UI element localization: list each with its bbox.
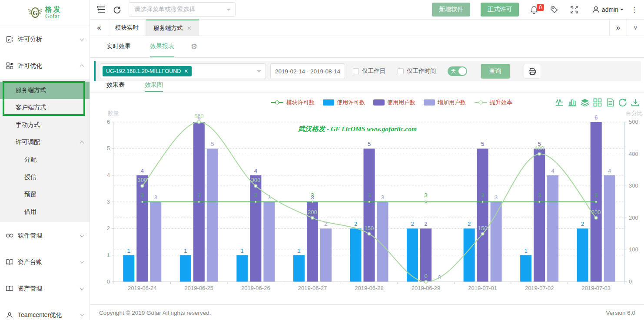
fullscreen-icon[interactable] <box>571 6 578 13</box>
line-point[interactable] <box>141 185 143 187</box>
bar[interactable] <box>123 255 134 282</box>
bar[interactable] <box>207 148 218 282</box>
download-icon[interactable] <box>631 98 640 107</box>
line-chart-icon[interactable] <box>555 98 564 107</box>
bar-chart-icon[interactable] <box>568 98 577 107</box>
workday-only-checkbox[interactable]: 仅工作日 <box>353 67 385 75</box>
charttab-effect-graph[interactable]: 效果图 <box>145 81 163 92</box>
sidebar-item-reserve[interactable]: 预留 <box>0 186 90 203</box>
bar[interactable] <box>364 148 375 282</box>
close-tab-icon[interactable]: ✕ <box>187 25 192 32</box>
date-range-input[interactable]: 2019-02-14 - 2019-08-14 <box>270 63 345 79</box>
granularity-label: 天 <box>451 68 456 75</box>
tab-server-mode[interactable]: 服务端方式✕ <box>146 20 199 36</box>
worktime-only-checkbox[interactable]: 仅工作时间 <box>398 67 436 75</box>
refresh-icon[interactable] <box>618 98 627 107</box>
line-point[interactable] <box>255 201 256 203</box>
bar[interactable] <box>477 148 488 282</box>
bar[interactable] <box>520 255 531 282</box>
line-point[interactable] <box>538 201 540 203</box>
chevron-down-icon <box>80 312 84 317</box>
line-point[interactable] <box>538 152 541 155</box>
tab-label: 实时效果 <box>106 43 131 50</box>
legend-item-added-user-count[interactable]: 增加用户数 <box>424 99 466 106</box>
bar[interactable] <box>534 148 545 282</box>
legend-label: 模块许可数 <box>286 99 315 106</box>
sidebar-item-license-allocation[interactable]: 许可调配 <box>0 134 90 151</box>
settings-gear-icon[interactable]: ⚙ <box>191 42 197 51</box>
scroll-tabs-left-icon[interactable]: « <box>90 20 108 36</box>
line-point[interactable] <box>595 201 597 203</box>
bar[interactable] <box>263 202 275 282</box>
line-point[interactable] <box>481 201 483 203</box>
tag-icon[interactable] <box>550 6 558 14</box>
tiled-icon[interactable] <box>593 98 602 107</box>
selected-module-tag: UG-192.168.1.20-MILLFOUND ✕ <box>103 66 192 76</box>
user-menu[interactable]: admin <box>592 6 624 14</box>
sidebar-item-license-optimization[interactable]: 许可优化 <box>0 53 90 79</box>
scroll-tabs-right-icon[interactable]: » <box>609 20 627 36</box>
bar[interactable] <box>293 255 305 282</box>
bar[interactable] <box>236 255 248 282</box>
line-point[interactable] <box>198 121 200 123</box>
line-point[interactable] <box>595 217 598 219</box>
legend-item-efficiency-improvement[interactable]: 提升效率 <box>474 99 512 106</box>
more-options-icon[interactable]: ⋮ <box>631 5 638 14</box>
print-button[interactable] <box>524 64 541 79</box>
line-point[interactable] <box>311 217 314 219</box>
subtab-realtime-effect[interactable]: 实时效果 <box>106 36 131 57</box>
sidebar-item-borrow[interactable]: 借用 <box>0 203 90 221</box>
bar[interactable] <box>604 175 615 282</box>
sidebar-item-software-management[interactable]: 软件管理 <box>0 222 90 249</box>
software-management-icon <box>5 233 14 238</box>
formal-license-button[interactable]: 正式许可 <box>481 3 519 16</box>
subtab-effect-report[interactable]: 效果报表 <box>150 36 174 57</box>
collapse-sidebar-icon[interactable] <box>97 6 106 13</box>
query-button[interactable]: 查询 <box>481 64 510 79</box>
bar[interactable] <box>320 228 332 282</box>
bar[interactable] <box>547 175 558 282</box>
bar[interactable] <box>136 175 148 282</box>
tab-module-realtime[interactable]: 模块实时 <box>108 20 146 36</box>
sidebar-item-manual-mode[interactable]: 手动方式 <box>0 116 90 134</box>
tab-options-icon[interactable]: ∨ <box>627 20 644 36</box>
sidebar-item-asset-management[interactable]: 资产管理 <box>0 275 90 302</box>
module-multiselect[interactable]: UG-192.168.1.20-MILLFOUND ✕ <box>100 63 266 79</box>
add-software-button[interactable]: 新增软件 <box>432 3 470 16</box>
charttab-effect-table[interactable]: 效果表 <box>106 81 125 92</box>
line-point[interactable] <box>254 185 257 187</box>
sidebar-item-client-mode[interactable]: 客户端方式 <box>0 99 90 116</box>
line-point[interactable] <box>368 232 370 235</box>
line-point[interactable] <box>481 232 484 235</box>
legend-item-used-license-count[interactable]: 使用许可数 <box>323 99 365 106</box>
refresh-page-icon[interactable] <box>113 6 121 13</box>
data-view-icon[interactable] <box>606 98 614 107</box>
line-point[interactable] <box>141 201 143 203</box>
bar[interactable] <box>464 228 475 282</box>
bar[interactable] <box>377 202 388 282</box>
bar[interactable] <box>250 175 261 282</box>
remove-tag-icon[interactable]: ✕ <box>184 68 188 74</box>
sidebar-item-server-mode[interactable]: 服务端方式 <box>0 82 90 99</box>
line-point[interactable] <box>368 201 370 203</box>
menu-search-select[interactable]: 请选择菜单或搜索选择 <box>129 2 236 17</box>
line-point[interactable] <box>425 201 427 203</box>
sidebar-item-asset-ledger[interactable]: 资产台账 <box>0 249 90 275</box>
bar[interactable] <box>150 202 161 282</box>
sidebar-item-teamcenter-optimization[interactable]: Teamcenter优化 <box>0 302 90 320</box>
line-point[interactable] <box>312 201 313 203</box>
bar[interactable] <box>350 228 362 282</box>
legend-item-used-user-count[interactable]: 使用用户数 <box>373 99 415 106</box>
notification-bell-icon[interactable]: 0 <box>530 6 544 14</box>
sidebar-item-label: 手动方式 <box>16 121 40 129</box>
sidebar-item-allocate[interactable]: 分配 <box>0 151 90 168</box>
legend-item-module-license-count[interactable]: 模块许可数 <box>271 99 315 106</box>
sidebar-item-credit[interactable]: 授信 <box>0 168 90 186</box>
stack-icon[interactable] <box>581 98 589 107</box>
bar[interactable] <box>180 255 191 282</box>
bar[interactable] <box>577 228 588 282</box>
line-point[interactable] <box>198 201 200 203</box>
bar[interactable] <box>407 228 418 282</box>
granularity-toggle[interactable]: 天 <box>448 66 467 76</box>
sidebar-item-license-analysis[interactable]: 许可分析 <box>0 26 90 53</box>
